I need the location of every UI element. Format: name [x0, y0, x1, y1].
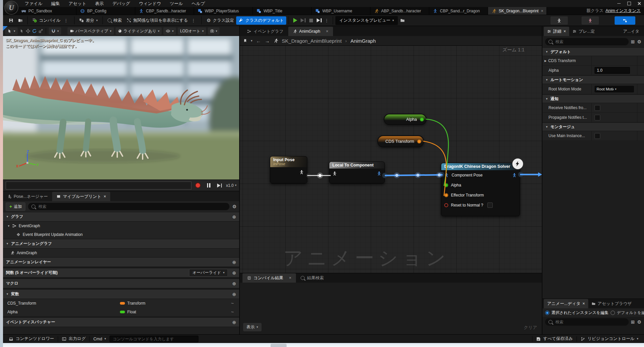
add-button[interactable]: + 追加 — [6, 203, 25, 211]
section-animation-graphs[interactable]: ▼ アニメーショングラフ — [3, 239, 239, 249]
alpha-pin-icon[interactable] — [444, 183, 448, 187]
close-tab-icon[interactable]: × — [541, 9, 543, 13]
menu-asset[interactable]: アセット — [64, 0, 91, 7]
tab-pc-sandbox[interactable]: PC_Sandbox — [18, 7, 76, 15]
tab-anim-preview-editor[interactable]: アニメー...ディタ × — [544, 299, 588, 308]
effector-transform-pin-icon[interactable] — [444, 193, 448, 197]
list-item-event-update-animation[interactable]: Event Blueprint Update Animation — [3, 230, 239, 239]
tab-cbp-sandbox-character[interactable]: CBP_Sandb...haracter — [135, 7, 194, 15]
tab-wbp-playerstatus[interactable]: WBP_PlayerStatus — [194, 7, 253, 15]
section-event-dispatchers[interactable]: イベントディスパッチャー ⊕ — [3, 317, 239, 327]
breadcrumb-root[interactable]: SK_Dragon_AnimBlueprint — [282, 38, 342, 44]
close-tab-icon[interactable]: × — [104, 194, 106, 199]
anim-preview-search-input[interactable] — [555, 319, 625, 325]
tab-asset-editor[interactable]: ア...イタ — [620, 27, 643, 36]
record-button[interactable] — [194, 182, 202, 190]
component-pose-pin-icon[interactable] — [444, 173, 449, 178]
expand-icon[interactable]: ▶ — [544, 59, 546, 62]
root-motion-mode-dropdown[interactable]: Root Motion from M ▾ — [595, 86, 634, 92]
maximize-button[interactable] — [624, 0, 634, 7]
add-graph-icon[interactable]: ⊕ — [232, 214, 236, 220]
use-main-instance-checkbox[interactable] — [595, 133, 600, 139]
menu-edit[interactable]: 編集 — [47, 0, 64, 7]
receive-notifies-checkbox[interactable] — [595, 105, 600, 111]
reset-to-normal-checkbox[interactable] — [487, 203, 493, 208]
close-tab-icon[interactable]: × — [564, 29, 566, 34]
row-use-main-instance[interactable]: Use Main Instance... — [542, 131, 644, 141]
parent-class-link[interactable]: Animインスタンス — [606, 8, 641, 14]
class-defaults-button[interactable]: クラスのデフォルト — [236, 16, 286, 25]
menu-help[interactable]: ヘルプ — [187, 0, 209, 7]
screenshot-dropdown[interactable]: ▾ — [208, 27, 220, 35]
section-functions[interactable]: 関数 (5 オーバーライド可能) オーバーライド ▾ ⊕ — [3, 268, 239, 278]
my-blueprint-search[interactable] — [28, 203, 229, 210]
close-tab-icon[interactable]: × — [289, 276, 291, 280]
node-alpha-getter[interactable]: Alpha — [384, 114, 427, 125]
gear-icon[interactable]: ⚙ — [637, 39, 641, 44]
list-item-animgraph[interactable]: AnimGraph — [3, 249, 239, 257]
scale-tool-icon[interactable] — [38, 29, 43, 33]
preview-instance-dropdown[interactable]: インスタンスをプレビュー ▾ — [335, 16, 398, 25]
anim-preview-search[interactable] — [545, 318, 629, 326]
grid-view-icon[interactable]: ⊞ — [631, 39, 635, 44]
list-item-eventgraph[interactable]: ▼ EventGraph — [3, 222, 239, 230]
section-graphs[interactable]: ▼ グラフ ⊕ — [3, 212, 239, 222]
close-tab-icon[interactable]: × — [326, 29, 328, 34]
preview-viewport[interactable]: SK_Dragon_AnimBlueprint_C のプレビュー中。 このモード… — [3, 36, 239, 180]
tab-my-blueprint[interactable]: マイブループリント × — [52, 192, 110, 201]
save-status-button[interactable]: すべて保存済み — [532, 335, 577, 343]
row-root-motion-mode[interactable]: Root Motion Mode Root Motion from M ▾ — [542, 84, 644, 94]
add-function-icon[interactable]: ⊕ — [232, 270, 236, 276]
console-command-input[interactable] — [110, 336, 198, 342]
node-input-pose[interactable]: Input Pose InPose — [270, 156, 307, 184]
compile-button[interactable]: コンパイル ⋮ — [30, 16, 72, 25]
row-cds-transform[interactable]: ▶CDS Transform — [542, 56, 644, 66]
blueprint-mode-button[interactable] — [615, 16, 635, 25]
timeline-scrubber[interactable] — [6, 182, 191, 190]
browse-asset-button[interactable] — [16, 17, 25, 24]
bookmark-caret-icon[interactable]: ▾ — [251, 39, 253, 42]
show-filter-dropdown[interactable]: 表示 ▾ — [243, 323, 262, 331]
tab-sk-dragon-blueprint[interactable]: SK_Dragon...Blueprint × — [488, 7, 547, 15]
propagate-notifies-checkbox[interactable] — [595, 115, 600, 120]
pin-alpha-output[interactable] — [420, 117, 424, 121]
pin-cds-transform-output[interactable] — [417, 139, 421, 143]
play-button[interactable] — [291, 16, 299, 24]
show-flags-dropdown[interactable]: ▾ — [163, 27, 176, 35]
skeleton-button[interactable] — [582, 16, 599, 25]
section-macros[interactable]: マクロ ⊕ — [3, 279, 239, 288]
find-button[interactable]: 検索 — [105, 16, 124, 25]
unreal-logo-icon[interactable]: U — [4, 1, 18, 15]
variable-visibility-icon[interactable]: ~ — [231, 309, 239, 315]
row-alpha[interactable]: Alpha — [542, 66, 644, 75]
snap-settings-dropdown[interactable]: ▾ — [49, 27, 61, 35]
node-cds-transform-getter[interactable]: CDS Transform — [377, 135, 424, 147]
add-event-dispatcher-icon[interactable]: ⊕ — [232, 320, 236, 325]
node-dragonik-solver[interactable]: DragonIK Chinese Dragon Solver Component… — [441, 163, 520, 216]
component-pose-out-pin-icon[interactable] — [512, 173, 517, 178]
play-options-icon[interactable]: ⋮ — [323, 18, 330, 23]
tab-cbp-sandbox-dragon[interactable]: CBP_Sand...r_Dragon — [429, 7, 488, 15]
class-settings-button[interactable]: ⚙ クラス設定 — [204, 16, 236, 25]
forward-icon[interactable]: → — [265, 38, 270, 44]
variable-visibility-icon[interactable]: ~ — [231, 301, 239, 306]
node-local-to-component[interactable]: Local To Component — [329, 161, 385, 184]
preview-mesh-button[interactable] — [550, 16, 568, 25]
edit-defaults-radio[interactable] — [611, 311, 615, 315]
tab-animgraph[interactable]: AnimGraph × — [288, 27, 333, 36]
output-log-button[interactable]: 出力ログ — [58, 335, 90, 343]
menu-debug[interactable]: デバッグ — [108, 0, 134, 7]
hide-unrelated-button[interactable]: 無関係な項目を非表示にする ⋮ — [124, 16, 199, 25]
section-montage[interactable]: ▼ モンタージュ — [542, 122, 644, 131]
revision-control-dropdown[interactable]: リビジョンコントロール ▾ — [577, 335, 642, 343]
minimize-button[interactable] — [614, 0, 624, 7]
tab-event-graph[interactable]: イベントグラフ — [243, 27, 288, 36]
override-dropdown[interactable]: オーバーライド ▾ — [189, 269, 228, 277]
section-variables[interactable]: ▼ 変数 ⊕ — [3, 289, 239, 299]
breadcrumb-current[interactable]: AnimGraph — [350, 38, 376, 44]
tab-wbp-username[interactable]: WBP_Username — [312, 7, 370, 15]
stop-button[interactable] — [307, 16, 315, 24]
details-search-input[interactable] — [555, 39, 625, 44]
menu-view[interactable]: 表示 — [91, 0, 108, 7]
add-macro-icon[interactable]: ⊕ — [232, 281, 236, 286]
